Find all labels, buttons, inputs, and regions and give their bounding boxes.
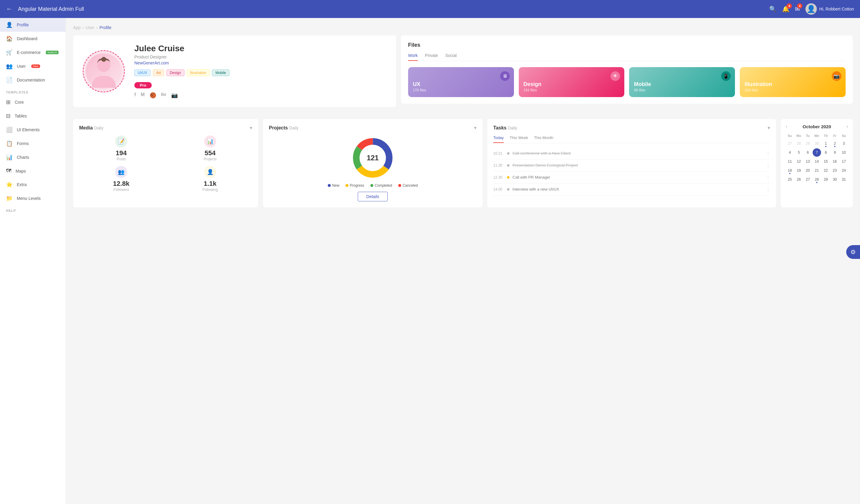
cal-14[interactable]: 14 [813, 157, 821, 166]
cal-24[interactable]: 24 [840, 166, 848, 175]
notification-button[interactable]: 🔔 4 [782, 5, 790, 13]
dribbble-icon[interactable]: 🏀 [149, 92, 156, 99]
mail-button[interactable]: ✉ 4 [795, 5, 800, 13]
cal-10[interactable]: 10 [840, 148, 848, 157]
followers-value: 12.8k [113, 180, 130, 188]
files-tab-work[interactable]: Work [408, 53, 418, 61]
cal-17[interactable]: 17 [840, 157, 848, 166]
sidebar-item-ui-elements[interactable]: ⬜ UI Elements [0, 123, 66, 137]
cal-25[interactable]: 25 [786, 175, 794, 184]
cal-27[interactable]: 27 [804, 175, 812, 184]
sidebar-item-extra[interactable]: ⭐ Extra [0, 178, 66, 191]
cal-15[interactable]: 15 [822, 157, 830, 166]
media-card-title: Media Daily [79, 125, 103, 131]
folder-mobile[interactable]: 📱 Mobile 98 files [629, 67, 735, 97]
files-tab-social[interactable]: Social [445, 53, 457, 61]
legend-label-canceled: Canceled [403, 183, 418, 188]
folder-illustration[interactable]: 📷 Illustration 154 files [740, 67, 846, 97]
sidebar-item-tables[interactable]: ⊟ Tables [0, 109, 66, 123]
tasks-tab-this-week[interactable]: This Week [510, 135, 528, 143]
media-card: Media Daily ▾ 📝 194 Posts 📊 554 Projects [73, 119, 258, 207]
sidebar-item-core[interactable]: ⊞ Core [0, 95, 66, 109]
sidebar-item-charts[interactable]: 📊 Charts [0, 150, 66, 164]
sidebar-item-profile[interactable]: 👤 Profile [0, 18, 66, 32]
folder-mobile-count: 98 files [634, 88, 730, 92]
followers-icon: 👥 [115, 166, 127, 178]
folder-design[interactable]: 👁 Design 154 files [519, 67, 625, 97]
cal-3[interactable]: 3 [840, 139, 848, 148]
cal-18[interactable]: 18 [786, 166, 794, 175]
cal-30-prev[interactable]: 30 [813, 139, 821, 148]
calendar-header: ‹ October 2020 › [786, 124, 848, 129]
sidebar-item-forms[interactable]: 📋 Forms [0, 137, 66, 150]
sidebar-label-extra: Extra [17, 182, 27, 187]
cal-27-prev[interactable]: 27 [786, 139, 794, 148]
cal-19[interactable]: 19 [794, 166, 803, 175]
settings-fab[interactable]: ⚙ [846, 245, 860, 259]
cal-day-tu: Tu [804, 133, 812, 139]
cal-8[interactable]: 8 [822, 148, 830, 157]
instagram-icon[interactable]: 📷 [171, 92, 178, 99]
cal-9[interactable]: 9 [831, 148, 839, 157]
cal-28[interactable]: 28 [813, 175, 821, 184]
user-menu[interactable]: 👤 Hi, Robbert Cotton [805, 3, 854, 15]
cal-12[interactable]: 12 [794, 157, 803, 166]
sidebar-item-documentation[interactable]: 📄 Documentation [0, 73, 66, 87]
cal-7[interactable]: 7 [813, 148, 821, 157]
cal-29[interactable]: 29 [822, 175, 830, 184]
cal-16[interactable]: 16 [831, 157, 839, 166]
profile-icon: 👤 [6, 21, 13, 28]
sidebar-item-menu-levels[interactable]: 📁 Menu Levels [0, 191, 66, 205]
task-menu-1[interactable]: ⋮ [766, 151, 770, 155]
details-button[interactable]: Details [358, 192, 388, 201]
legend-label-completed: Completed [375, 183, 392, 188]
cal-20[interactable]: 20 [804, 166, 812, 175]
topnav-actions: 🔍 🔔 4 ✉ 4 👤 Hi, Robbert Cotton [769, 3, 854, 15]
task-menu-2[interactable]: ⋮ [766, 163, 770, 167]
breadcrumb-profile: Profile [100, 25, 112, 30]
cal-21[interactable]: 21 [813, 166, 821, 175]
sidebar-item-dashboard[interactable]: 🏠 Dashboard [0, 32, 66, 46]
tasks-dropdown[interactable]: ▾ [768, 125, 770, 131]
cal-28-prev[interactable]: 28 [794, 139, 803, 148]
projects-card: Projects Daily ▾ [263, 119, 483, 207]
search-button[interactable]: 🔍 [769, 5, 777, 13]
tasks-tab-today[interactable]: Today [493, 135, 504, 143]
legend-dot-progress [345, 184, 348, 187]
calendar-next[interactable]: › [846, 124, 848, 129]
profile-website[interactable]: NewGenerArt.com [134, 61, 387, 65]
cal-5[interactable]: 5 [794, 148, 803, 157]
cal-4[interactable]: 4 [786, 148, 794, 157]
cal-day-mo: Mo [794, 133, 803, 139]
posts-value: 194 [116, 149, 127, 157]
facebook-icon[interactable]: f [134, 92, 136, 99]
cal-30[interactable]: 30 [831, 175, 839, 184]
cal-26[interactable]: 26 [794, 175, 803, 184]
projects-dropdown[interactable]: ▾ [474, 125, 476, 131]
cal-11[interactable]: 11 [786, 157, 794, 166]
cal-1[interactable]: 1 [822, 139, 830, 148]
calendar-prev[interactable]: ‹ [786, 124, 787, 129]
cal-23[interactable]: 23 [831, 166, 839, 175]
cal-31[interactable]: 31 [840, 175, 848, 184]
folder-ux[interactable]: 🖥 UX 178 files [408, 67, 514, 97]
task-menu-4[interactable]: ⋮ [766, 187, 770, 191]
cal-13[interactable]: 13 [804, 157, 812, 166]
sidebar-item-ecommerce[interactable]: 🛒 E-commerce NodeJS [0, 46, 66, 59]
media-dropdown[interactable]: ▾ [250, 125, 252, 131]
main-content: App › User › Profile [66, 18, 860, 504]
cal-29-prev[interactable]: 29 [804, 139, 812, 148]
cal-2[interactable]: 2 [831, 139, 839, 148]
files-tab-private[interactable]: Private [425, 53, 438, 61]
task-menu-3[interactable]: ⋮ [766, 175, 770, 179]
legend-canceled: Canceled [398, 183, 418, 188]
sidebar-item-user[interactable]: 👥 User New [0, 59, 66, 73]
folder-illustration-icon: 📷 [832, 71, 842, 81]
cal-22[interactable]: 22 [822, 166, 830, 175]
behance-icon[interactable]: Be [161, 92, 167, 99]
cal-6[interactable]: 6 [804, 148, 812, 157]
tasks-tab-this-month[interactable]: This Month [534, 135, 553, 143]
back-button[interactable]: ← [6, 5, 13, 13]
sidebar-item-maps[interactable]: 🗺 Maps [0, 164, 66, 178]
medium-icon[interactable]: M [141, 92, 145, 99]
